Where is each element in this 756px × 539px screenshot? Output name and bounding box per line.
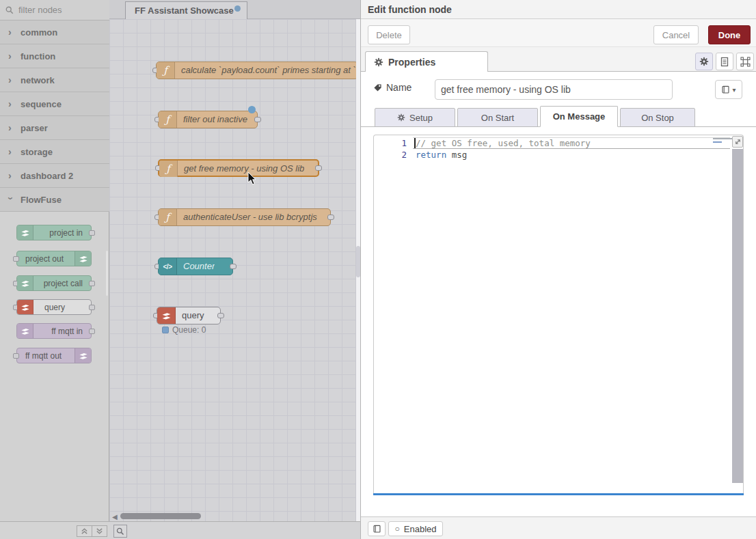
palette-category-dashboard-2[interactable]: ›dashboard 2 (0, 164, 109, 188)
palette-category-network[interactable]: ›network (0, 68, 109, 92)
node-calculate-primes[interactable]: ƒ calculate `payload.count` primes start… (156, 61, 356, 79)
editor-focus-underline (373, 493, 744, 495)
flowfuse-icon (17, 324, 33, 338)
tab-on-stop[interactable]: On Stop (620, 108, 695, 127)
zoom-search-button[interactable] (113, 525, 127, 538)
palette-category-parser[interactable]: ›parser (0, 116, 109, 140)
library-button[interactable]: ▾ (715, 80, 742, 99)
double-chevron-up-icon (81, 527, 88, 535)
palette-node-project-out[interactable]: project out (16, 251, 92, 266)
node-label: get free memory - using OS lib (184, 163, 304, 174)
properties-icon-button[interactable] (695, 53, 713, 70)
workspace-tab-ff-assistant-showcase[interactable]: FF Assistant Showcase (125, 1, 247, 19)
node-label: filter out inactive (183, 114, 247, 124)
node-authenticate-user[interactable]: ƒ authenticateUser - use lib bcryptjs (158, 208, 331, 226)
output-port[interactable] (315, 165, 322, 171)
double-chevron-down-icon (96, 527, 103, 535)
chevron-right-icon: › (8, 27, 14, 38)
palette-node-query[interactable]: query (16, 299, 92, 315)
output-port[interactable] (254, 117, 261, 122)
flowfuse-icon (75, 348, 91, 363)
flowfuse-icon (75, 251, 91, 266)
flowfuse-icon (17, 300, 33, 314)
palette-node-ff-mqtt-out[interactable]: ff mqtt out (16, 348, 92, 363)
magnifier-icon (116, 527, 124, 536)
tray-title: Edit function node (368, 4, 452, 15)
done-button[interactable]: Done (708, 25, 751, 44)
category-label: common (21, 27, 57, 38)
palette-collapse-all-button[interactable] (77, 525, 92, 537)
output-port[interactable] (327, 215, 334, 220)
node-query[interactable]: query (157, 307, 221, 324)
cancel-button[interactable]: Cancel (653, 25, 699, 44)
tab-setup[interactable]: Setup (375, 108, 455, 127)
node-label: calculate `payload.count` primes startin… (181, 65, 355, 75)
node-counter[interactable]: </> Counter (158, 258, 233, 275)
tray-footer: ○ Enabled (361, 516, 756, 539)
workspace-tab-bar: FF Assistant Showcase (109, 0, 360, 19)
tab-properties[interactable]: Properties (365, 51, 488, 72)
name-label: Name (373, 82, 411, 93)
palette-category-flowfuse[interactable]: ›FlowFuse (0, 188, 109, 212)
palette-category-storage[interactable]: ›storage (0, 140, 109, 164)
palette-node-ff-mqtt-in[interactable]: ff mqtt in (16, 323, 92, 339)
node-filter-out-inactive[interactable]: ƒ filter out inactive (158, 111, 258, 128)
library-export-button[interactable] (368, 521, 386, 536)
category-label: sequence (21, 99, 62, 109)
function-icon: ƒ (159, 161, 178, 177)
editor-expand-button[interactable] (732, 136, 743, 148)
horizontal-scrollbar[interactable] (120, 513, 201, 519)
hscroll-left-arrow[interactable]: ◀ (112, 513, 118, 521)
palette-node-project-in[interactable]: project in (16, 225, 92, 240)
tab-on-message[interactable]: On Message (540, 106, 618, 127)
palette-filter[interactable] (0, 0, 109, 20)
delete-button[interactable]: Delete (368, 25, 410, 44)
name-input[interactable] (435, 79, 673, 100)
palette-category-function[interactable]: ›function (0, 44, 109, 68)
tray-tab-row: Properties (361, 47, 756, 72)
palette-sidebar: ›common ›function ›network ›sequence ›pa… (0, 0, 109, 539)
document-icon (720, 57, 729, 67)
category-label: FlowFuse (21, 195, 62, 205)
code-editor[interactable]: 1 2 // get OS free, used, total memory r… (373, 135, 744, 495)
node-changed-indicator (248, 106, 256, 113)
tray-body: Name ▾ Setup On Start On Message On Stop (361, 72, 756, 516)
chevron-right-icon: › (8, 51, 14, 61)
output-port (89, 329, 95, 334)
palette-scrollbar[interactable] (106, 251, 108, 296)
node-label: authenticateUser - use lib bcryptjs (183, 212, 317, 222)
node-status: Queue: 0 (162, 325, 206, 335)
chevron-right-icon: › (8, 122, 14, 133)
palette-expand-all-button[interactable] (92, 525, 107, 537)
input-port (13, 256, 19, 262)
palette-filter-input[interactable] (17, 4, 99, 16)
flow-canvas[interactable]: ƒ calculate `payload.count` primes start… (109, 19, 356, 521)
palette-footer (0, 521, 109, 539)
editor-scrollbar[interactable] (732, 149, 743, 483)
chevron-right-icon: › (8, 170, 14, 181)
description-icon-button[interactable] (716, 53, 733, 70)
function-icon: ƒ (159, 111, 177, 128)
status-dot-icon (162, 327, 169, 333)
flowfuse-icon (17, 276, 33, 290)
template-icon: </> (159, 258, 177, 275)
book-icon (373, 525, 381, 534)
enabled-toggle-button[interactable]: ○ Enabled (388, 521, 443, 536)
caret-down-icon: ▾ (732, 86, 735, 94)
palette-node-label: ff mqtt out (25, 351, 62, 361)
chevron-down-icon: › (5, 197, 16, 202)
appearance-icon (740, 57, 751, 67)
palette-category-common[interactable]: ›common (0, 20, 109, 44)
output-port[interactable] (217, 313, 224, 318)
line-number: 1 (374, 137, 407, 149)
edit-tray: Edit function node Delete Cancel Done Pr… (360, 0, 756, 539)
node-get-free-memory[interactable]: ƒ get free memory - using OS lib (158, 159, 319, 177)
palette-node-label: ff mqtt in (51, 327, 83, 336)
palette-category-sequence[interactable]: ›sequence (0, 92, 109, 116)
output-port[interactable] (230, 264, 237, 269)
output-port (89, 230, 95, 236)
tab-on-start[interactable]: On Start (457, 108, 538, 127)
workspace-footer (109, 521, 360, 539)
appearance-icon-button[interactable] (736, 53, 754, 70)
palette-node-project-call[interactable]: project call (16, 275, 92, 291)
